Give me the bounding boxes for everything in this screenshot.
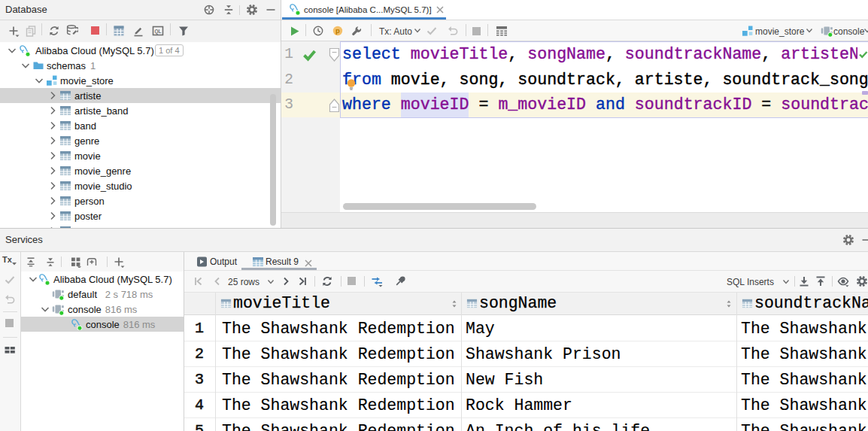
svg-text:QL: QL — [154, 29, 161, 35]
svg-text:p: p — [335, 26, 340, 35]
